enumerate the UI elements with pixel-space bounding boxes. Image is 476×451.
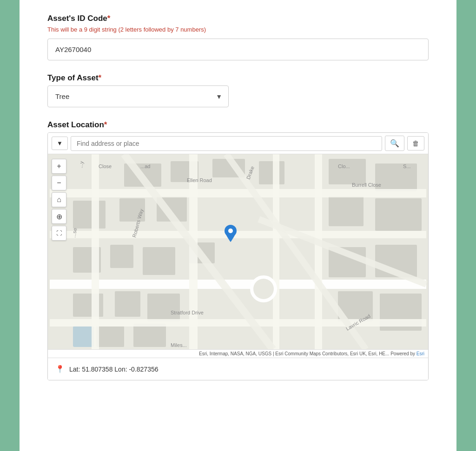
svg-rect-32 (273, 154, 279, 349)
coords-pin-icon: 📍 (55, 365, 65, 373)
svg-rect-24 (133, 324, 166, 347)
zoom-out-button[interactable]: − (52, 176, 66, 190)
svg-rect-11 (375, 198, 422, 231)
svg-text:Stratford Drive: Stratford Drive (171, 310, 204, 315)
powered-by-label: Powered by (390, 351, 416, 356)
svg-rect-29 (50, 319, 426, 327)
minus-icon: − (57, 179, 61, 187)
asset-location-label: Asset Location* (47, 120, 429, 130)
svg-point-53 (228, 229, 233, 233)
asset-type-select[interactable]: Tree Building Road Bridge Other (47, 85, 229, 107)
map-search-input[interactable] (71, 136, 382, 151)
home-icon: ⌂ (57, 196, 61, 204)
svg-text:S...: S... (403, 163, 411, 169)
asset-type-select-wrapper: Tree Building Road Bridge Other ▼ (47, 85, 229, 107)
asset-id-required-star: * (107, 14, 111, 23)
map-svg: Roberts Way Ellen Road Drake Burrell Clo… (48, 154, 428, 349)
svg-rect-13 (110, 245, 133, 268)
asset-id-group: Asset's ID Code* This will be a 9 digit … (47, 14, 429, 60)
attribution-text: Esri, Intermap, NASA, NGA, USGS | Esri C… (199, 351, 389, 356)
svg-rect-10 (329, 196, 364, 226)
svg-rect-14 (143, 247, 175, 275)
esri-link[interactable]: Esri (416, 351, 424, 356)
asset-location-group: Asset Location* ▼ 🔍 🗑 (47, 120, 429, 380)
zoom-in-button[interactable]: + (52, 159, 66, 174)
asset-type-group: Type of Asset* Tree Building Road Bridge… (47, 73, 429, 107)
svg-rect-26 (50, 189, 426, 197)
map-delete-button[interactable]: 🗑 (407, 136, 424, 150)
map-toolbar: ▼ 🔍 🗑 (48, 133, 428, 154)
chevron-down-icon: ▼ (57, 140, 63, 147)
map-attribution: Esri, Intermap, NASA, NGA, USGS | Esri C… (48, 349, 428, 358)
map-area[interactable]: Roberts Way Ellen Road Drake Burrell Clo… (48, 154, 428, 349)
expand-icon: ⛶ (56, 230, 62, 236)
svg-rect-19 (115, 291, 140, 317)
map-controls: + − ⌂ ⊕ ⛶ (52, 159, 66, 241)
search-icon: 🔍 (390, 139, 399, 147)
svg-rect-25 (73, 326, 94, 347)
asset-id-label: Asset's ID Code* (47, 14, 429, 23)
coords-text: Lat: 51.807358 Lon: -0.827356 (69, 366, 159, 373)
asset-id-input[interactable] (47, 39, 429, 60)
svg-text:Miles...: Miles... (171, 342, 187, 348)
svg-text:Close: Close (99, 163, 112, 169)
crosshair-icon: ⊕ (56, 212, 62, 221)
svg-rect-33 (315, 154, 322, 349)
svg-point-38 (253, 279, 274, 299)
asset-id-label-text: Asset's ID Code (47, 14, 107, 23)
map-search-button[interactable]: 🔍 (385, 136, 404, 151)
map-pin (224, 224, 237, 245)
asset-type-required-star: * (99, 73, 102, 82)
map-container: ▼ 🔍 🗑 (47, 132, 429, 380)
svg-rect-23 (96, 326, 124, 347)
home-button[interactable]: ⌂ (52, 192, 66, 207)
plus-icon: + (57, 162, 61, 170)
svg-rect-5 (329, 159, 366, 184)
expand-button[interactable]: ⛶ (52, 226, 66, 241)
svg-rect-30 (92, 154, 99, 349)
svg-rect-28 (50, 280, 426, 289)
map-toolbar-dropdown-button[interactable]: ▼ (52, 137, 68, 150)
svg-text:Burrell Close: Burrell Close (352, 182, 381, 188)
svg-text:...ad: ...ad (140, 163, 150, 169)
svg-rect-27 (50, 231, 426, 238)
trash-icon: 🗑 (412, 139, 419, 147)
svg-text:Ellen Road: Ellen Road (187, 177, 212, 183)
location-button[interactable]: ⊕ (52, 209, 66, 224)
svg-rect-4 (259, 161, 284, 184)
page-container: Asset's ID Code* This will be a 9 digit … (20, 0, 456, 451)
asset-type-label: Type of Asset* (47, 73, 429, 83)
asset-location-required-star: * (104, 120, 107, 129)
map-coords-bar: 📍 Lat: 51.807358 Lon: -0.827356 (48, 358, 428, 380)
svg-text:Clo...: Clo... (338, 163, 350, 169)
svg-rect-7 (73, 201, 106, 229)
svg-rect-20 (147, 294, 180, 321)
asset-type-label-text: Type of Asset (47, 73, 99, 82)
asset-location-label-text: Asset Location (47, 120, 104, 129)
asset-id-hint: This will be a 9 digit string (2 letters… (47, 26, 429, 33)
